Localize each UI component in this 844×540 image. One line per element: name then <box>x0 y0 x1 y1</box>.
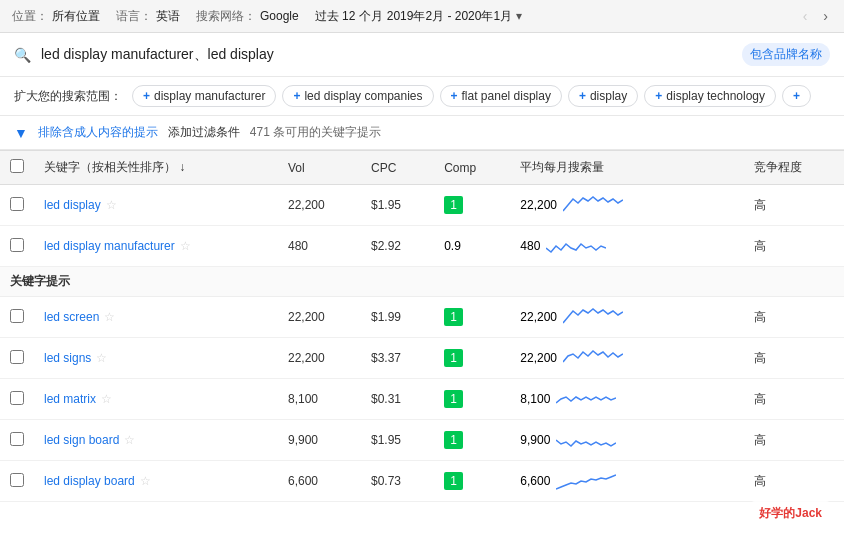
chip-flat-panel-display[interactable]: + flat panel display <box>440 85 562 107</box>
watermark-prefix: 好学的 <box>759 506 795 520</box>
chip-more[interactable]: + <box>782 85 811 107</box>
dropdown-icon[interactable]: ▾ <box>516 9 522 23</box>
vol-cell: 22,200 <box>278 185 361 226</box>
nav-prev-button[interactable]: ‹ <box>799 6 812 26</box>
keyword-text[interactable]: led matrix <box>44 392 96 406</box>
toolbar: 位置： 所有位置 语言： 英语 搜索网络： Google 过去 12 个月 20… <box>0 0 844 33</box>
row-checkbox[interactable] <box>10 350 24 364</box>
comp-header[interactable]: Comp <box>434 151 510 185</box>
chip-display[interactable]: + display <box>568 85 638 107</box>
keyword-cell: led matrix☆ <box>44 392 268 406</box>
plus-icon: + <box>579 89 586 103</box>
vol-header[interactable]: Vol <box>278 151 361 185</box>
plus-icon: + <box>451 89 458 103</box>
monthly-value: 22,200 <box>520 351 557 365</box>
monthly-value: 8,100 <box>520 392 550 406</box>
toolbar-nav: ‹ › <box>799 6 832 26</box>
keyword-text[interactable]: led sign board <box>44 433 119 447</box>
select-all-checkbox[interactable] <box>10 159 24 173</box>
star-icon[interactable]: ☆ <box>96 351 107 365</box>
location-label: 位置： <box>12 8 48 25</box>
chip-label: display <box>590 89 627 103</box>
exclude-adult-link[interactable]: 排除含成人内容的提示 <box>38 124 158 141</box>
level-header: 竞争程度 <box>744 151 844 185</box>
keyword-cell: led sign board☆ <box>44 433 268 447</box>
cpc-cell: $1.95 <box>361 420 434 461</box>
star-icon[interactable]: ☆ <box>101 392 112 406</box>
suggestions-label: 扩大您的搜索范围： <box>14 88 122 105</box>
star-icon[interactable]: ☆ <box>106 198 117 212</box>
level-cell: 高 <box>744 379 844 420</box>
cpc-cell: $0.31 <box>361 379 434 420</box>
table-header: 关键字（按相关性排序） ↓ Vol CPC Comp 平均每月搜索量 竞争程度 <box>0 151 844 185</box>
table-row: led matrix☆8,100$0.3118,100高 <box>0 379 844 420</box>
row-checkbox[interactable] <box>10 391 24 405</box>
chip-label: display technology <box>666 89 765 103</box>
watermark: 好学的Jack <box>751 501 830 526</box>
keyword-text[interactable]: led signs <box>44 351 91 365</box>
add-filter-link[interactable]: 添加过滤条件 <box>168 124 240 141</box>
date-range: 2019年2月 - 2020年1月 <box>387 8 512 25</box>
table-row: led display manufacturer☆480$2.920.9480高 <box>0 226 844 267</box>
keyword-text[interactable]: led display manufacturer <box>44 239 175 253</box>
location-value: 所有位置 <box>52 8 100 25</box>
select-all-header <box>0 151 34 185</box>
plus-icon: + <box>293 89 300 103</box>
keyword-text[interactable]: led display <box>44 198 101 212</box>
cpc-cell: $1.99 <box>361 297 434 338</box>
star-icon[interactable]: ☆ <box>140 474 151 488</box>
cpc-cell: $0.73 <box>361 461 434 502</box>
level-cell: 高 <box>744 338 844 379</box>
plus-icon: + <box>143 89 150 103</box>
keyword-cell: led signs☆ <box>44 351 268 365</box>
table-row: led display board☆6,600$0.7316,600高 <box>0 461 844 502</box>
level-cell: 高 <box>744 297 844 338</box>
network-label: 搜索网络： <box>196 8 256 25</box>
table-row: led display☆22,200$1.95122,200高 <box>0 185 844 226</box>
cpc-cell: $2.92 <box>361 226 434 267</box>
nav-next-button[interactable]: › <box>819 6 832 26</box>
table-row: led screen☆22,200$1.99122,200高 <box>0 297 844 338</box>
comp-cell: 1 <box>434 420 510 461</box>
monthly-value: 22,200 <box>520 198 557 212</box>
chip-led-display-companies[interactable]: + led display companies <box>282 85 433 107</box>
star-icon[interactable]: ☆ <box>180 239 191 253</box>
filter-row: ▼ 排除含成人内容的提示 添加过滤条件 471 条可用的关键字提示 <box>0 116 844 150</box>
star-icon[interactable]: ☆ <box>104 310 115 324</box>
network-item: 搜索网络： Google <box>196 8 299 25</box>
star-icon[interactable]: ☆ <box>124 433 135 447</box>
level-cell: 高 <box>744 420 844 461</box>
keyword-text[interactable]: led display board <box>44 474 135 488</box>
vol-cell: 480 <box>278 226 361 267</box>
row-checkbox[interactable] <box>10 309 24 323</box>
row-checkbox[interactable] <box>10 238 24 252</box>
comp-cell: 1 <box>434 297 510 338</box>
sort-icon: ↓ <box>179 160 185 174</box>
chip-label: led display companies <box>304 89 422 103</box>
search-input[interactable] <box>41 47 732 63</box>
language-label: 语言： <box>116 8 152 25</box>
keyword-text[interactable]: led screen <box>44 310 99 324</box>
monthly-header: 平均每月搜索量 <box>510 151 744 185</box>
chip-display-manufacturer[interactable]: + display manufacturer <box>132 85 276 107</box>
level-cell: 高 <box>744 226 844 267</box>
keyword-header[interactable]: 关键字（按相关性排序） ↓ <box>34 151 278 185</box>
table-row: led signs☆22,200$3.37122,200高 <box>0 338 844 379</box>
suggestions-row: 扩大您的搜索范围： + display manufacturer + led d… <box>0 77 844 116</box>
row-checkbox[interactable] <box>10 197 24 211</box>
chip-display-technology[interactable]: + display technology <box>644 85 776 107</box>
search-bar: 🔍 包含品牌名称 <box>0 33 844 77</box>
monthly-value: 480 <box>520 239 540 253</box>
period-item: 过去 12 个月 2019年2月 - 2020年1月 ▾ <box>315 8 522 25</box>
monthly-value: 22,200 <box>520 310 557 324</box>
search-icon: 🔍 <box>14 47 31 63</box>
cpc-header[interactable]: CPC <box>361 151 434 185</box>
watermark-suffix: Jack <box>795 506 822 520</box>
row-checkbox[interactable] <box>10 473 24 487</box>
comp-cell: 1 <box>434 185 510 226</box>
table-row: led sign board☆9,900$1.9519,900高 <box>0 420 844 461</box>
row-checkbox[interactable] <box>10 432 24 446</box>
vol-cell: 22,200 <box>278 338 361 379</box>
filter-count: 471 条可用的关键字提示 <box>250 124 381 141</box>
cpc-cell: $3.37 <box>361 338 434 379</box>
